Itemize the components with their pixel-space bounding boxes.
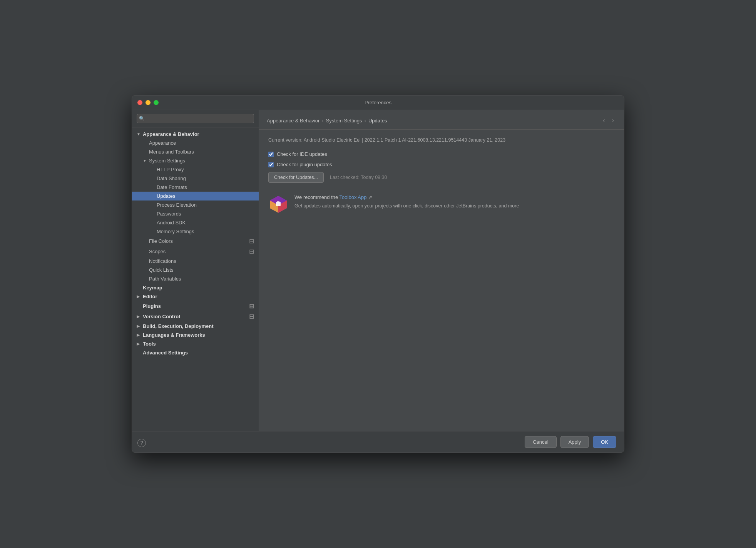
- tree-arrow-icon: ▼: [143, 159, 147, 163]
- sidebar-item-file-colors[interactable]: File Colors⊟: [132, 236, 259, 246]
- sidebar-item-appearance[interactable]: Appearance: [132, 139, 259, 147]
- tree-item-label: File Colors: [149, 238, 173, 244]
- window-controls: [137, 100, 159, 105]
- check-ide-checkbox[interactable]: [268, 152, 274, 157]
- sidebar-item-appearance-behavior[interactable]: ▼Appearance & Behavior: [132, 130, 259, 139]
- sidebar-item-version-control[interactable]: ▶Version Control⊟: [132, 311, 259, 322]
- tree-badge-icon: ⊟: [249, 302, 254, 310]
- breadcrumb-part2: System Settings: [326, 118, 362, 124]
- check-ide-row: Check for IDE updates: [268, 151, 615, 157]
- sidebar-item-plugins[interactable]: Plugins⊟: [132, 301, 259, 311]
- window-title: Preferences: [365, 100, 391, 105]
- check-plugin-checkbox[interactable]: [268, 162, 274, 167]
- ok-button[interactable]: OK: [593, 436, 616, 448]
- tree-item-label: Menus and Toolbars: [149, 149, 194, 155]
- sidebar-item-notifications[interactable]: Notifications: [132, 257, 259, 266]
- tree-arrow-icon: ▼: [137, 132, 141, 136]
- check-plugin-row: Check for plugin updates: [268, 162, 615, 167]
- search-wrapper: 🔍: [137, 114, 254, 123]
- sidebar-item-memory-settings[interactable]: Memory Settings: [132, 227, 259, 236]
- tree-badge-icon: ⊟: [249, 237, 254, 245]
- nav-back-button[interactable]: ‹: [600, 116, 607, 125]
- tree-item-label: Process Elevation: [157, 202, 197, 208]
- tree-item-label: Languages & Frameworks: [143, 332, 205, 338]
- tree-item-label: Data Sharing: [157, 175, 186, 181]
- sidebar-item-system-settings[interactable]: ▼System Settings: [132, 156, 259, 165]
- sidebar-item-menus-toolbars[interactable]: Menus and Toolbars: [132, 147, 259, 156]
- tree-item-label: Updates: [157, 193, 175, 199]
- tree-item-label: Quick Lists: [149, 267, 174, 273]
- content-area: 🔍 ▼Appearance & BehaviorAppearanceMenus …: [132, 110, 624, 431]
- tree-badge-icon: ⊟: [249, 248, 254, 255]
- tree-item-label: Keymap: [143, 285, 162, 291]
- recommend-suffix: ↗: [366, 194, 372, 200]
- tree-item-label: Build, Execution, Deployment: [143, 323, 213, 329]
- cancel-button[interactable]: Cancel: [525, 436, 556, 448]
- maximize-button[interactable]: [154, 100, 159, 105]
- titlebar: Preferences: [132, 95, 624, 110]
- tree-arrow-icon: ▶: [137, 314, 141, 319]
- sidebar-item-editor[interactable]: ▶Editor: [132, 292, 259, 301]
- tree-item-label: Editor: [143, 294, 157, 299]
- panel-header: Appearance & Behavior › System Settings …: [259, 110, 624, 130]
- recommend-prefix: We recommend the: [294, 194, 340, 200]
- toolbox-icon: [268, 194, 288, 214]
- sidebar-tree: ▼Appearance & BehaviorAppearanceMenus an…: [132, 127, 259, 431]
- sidebar-item-android-sdk[interactable]: Android SDK: [132, 218, 259, 227]
- breadcrumb-arrow-2: ›: [365, 118, 366, 124]
- breadcrumb-part3: Updates: [368, 118, 387, 124]
- sidebar-item-data-sharing[interactable]: Data Sharing: [132, 174, 259, 183]
- tree-item-label: System Settings: [149, 158, 185, 164]
- panel-body: Current version: Android Studio Electric…: [259, 130, 624, 431]
- sidebar-item-passwords[interactable]: Passwords: [132, 209, 259, 218]
- sidebar-item-date-formats[interactable]: Date Formats: [132, 183, 259, 192]
- tree-item-label: Tools: [143, 341, 156, 347]
- sidebar-item-keymap[interactable]: Keymap: [132, 283, 259, 292]
- tree-item-label: HTTP Proxy: [157, 167, 184, 172]
- nav-forward-button[interactable]: ›: [610, 116, 616, 125]
- check-updates-button[interactable]: Check for Updates...: [268, 172, 324, 183]
- sidebar-item-tools[interactable]: ▶Tools: [132, 339, 259, 348]
- breadcrumb-arrow-1: ›: [322, 118, 323, 124]
- sidebar-item-path-variables[interactable]: Path Variables: [132, 274, 259, 283]
- close-button[interactable]: [137, 100, 142, 105]
- sidebar-item-build-exec-deploy[interactable]: ▶Build, Execution, Deployment: [132, 322, 259, 331]
- sidebar-item-advanced-settings[interactable]: Advanced Settings: [132, 348, 259, 357]
- check-plugin-label[interactable]: Check for plugin updates: [277, 162, 332, 167]
- tree-item-label: Plugins: [143, 303, 161, 309]
- footer: ? Cancel Apply OK: [132, 431, 624, 453]
- sidebar-item-process-elevation[interactable]: Process Elevation: [132, 200, 259, 209]
- apply-button[interactable]: Apply: [560, 436, 589, 448]
- toolbox-app-link[interactable]: Toolbox App: [340, 194, 367, 200]
- tree-item-label: Memory Settings: [157, 229, 194, 234]
- sidebar-item-http-proxy[interactable]: HTTP Proxy: [132, 165, 259, 174]
- preferences-window: Preferences 🔍 ▼Appearance & BehaviorAppe…: [132, 95, 624, 453]
- sidebar-item-quick-lists[interactable]: Quick Lists: [132, 266, 259, 274]
- tree-item-label: Date Formats: [157, 184, 187, 190]
- tree-arrow-icon: ▶: [137, 342, 141, 346]
- tree-item-label: Scopes: [149, 249, 166, 254]
- check-ide-label[interactable]: Check for IDE updates: [277, 151, 327, 157]
- sidebar-item-updates[interactable]: Updates: [132, 192, 259, 200]
- tree-item-label: Version Control: [143, 314, 180, 319]
- tree-item-label: Android SDK: [157, 220, 186, 226]
- tree-arrow-icon: ▶: [137, 324, 141, 328]
- version-line: Current version: Android Studio Electric…: [268, 137, 615, 143]
- help-button[interactable]: ?: [137, 439, 146, 447]
- tree-item-label: Appearance: [149, 140, 176, 146]
- tree-item-label: Appearance & Behavior: [143, 131, 199, 137]
- main-panel: Appearance & Behavior › System Settings …: [259, 110, 624, 431]
- tree-item-label: Advanced Settings: [143, 350, 188, 356]
- toolbox-card: We recommend the Toolbox App ↗ Get updat…: [268, 194, 615, 214]
- recommend-line: We recommend the Toolbox App ↗: [294, 194, 519, 200]
- check-updates-row: Check for Updates... Last checked: Today…: [268, 172, 615, 183]
- tree-arrow-icon: ▶: [137, 294, 141, 299]
- last-checked-text: Last checked: Today 09:30: [330, 175, 387, 180]
- sidebar: 🔍 ▼Appearance & BehaviorAppearanceMenus …: [132, 110, 259, 431]
- sidebar-item-languages-frameworks[interactable]: ▶Languages & Frameworks: [132, 331, 259, 339]
- tree-item-label: Passwords: [157, 211, 181, 217]
- footer-buttons: Cancel Apply OK: [525, 436, 616, 448]
- sidebar-item-scopes[interactable]: Scopes⊟: [132, 246, 259, 257]
- search-input[interactable]: [137, 114, 254, 123]
- minimize-button[interactable]: [146, 100, 151, 105]
